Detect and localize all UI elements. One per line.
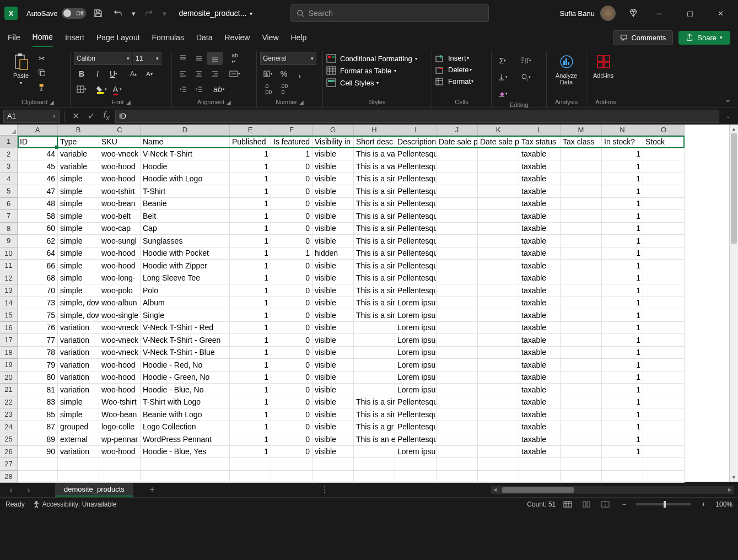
cell[interactable] [437,421,478,434]
cell[interactable]: 77 [18,334,58,347]
cell[interactable]: 85 [18,408,58,421]
cell[interactable]: 1 [602,198,643,211]
cell[interactable]: visible [313,297,354,310]
cancel-formula-icon[interactable]: ✕ [69,110,82,123]
cell[interactable]: 0 [271,347,313,359]
cell[interactable] [561,210,602,223]
undo-dropdown-icon[interactable]: ▾ [130,6,137,21]
zoom-out-icon[interactable]: − [617,499,631,509]
cell[interactable] [561,421,602,434]
fx-icon[interactable]: fx [100,110,113,123]
cell[interactable] [478,160,519,173]
cell[interactable] [561,396,602,409]
cell[interactable] [561,384,602,396]
cell[interactable] [395,458,437,471]
find-icon[interactable]: ▾ [518,71,534,84]
cell[interactable]: 0 [271,446,313,459]
cell[interactable]: 48 [18,198,58,211]
row-header[interactable]: 27 [0,458,18,471]
cell[interactable] [561,322,602,335]
cell[interactable] [437,260,478,272]
cell[interactable]: Lorem ipsum dolor sit amet, con [395,359,437,371]
cell[interactable]: Stock [643,136,685,148]
cell[interactable] [561,148,602,161]
paste-button[interactable]: Paste▾ [9,52,33,87]
cell[interactable]: Tax class [561,136,602,148]
cell[interactable] [561,446,602,459]
cell[interactable] [141,458,230,471]
cell[interactable] [437,235,478,247]
cell[interactable]: visible [313,433,354,446]
share-button[interactable]: Share▾ [678,31,730,45]
cell[interactable] [643,247,685,260]
cell[interactable]: 73 [18,297,58,310]
cell[interactable] [437,347,478,359]
cell[interactable]: 0 [271,433,313,446]
cell[interactable] [437,384,478,396]
cell[interactable]: Single [141,309,230,322]
cell[interactable]: variable [58,148,99,161]
cell[interactable] [271,458,313,471]
cell[interactable] [437,247,478,260]
cell[interactable]: 0 [271,272,313,285]
cell[interactable]: 0 [271,421,313,434]
sheet-prev-icon[interactable]: ‹ [4,484,18,496]
tab-file[interactable]: File [8,29,20,46]
cell[interactable]: variation [58,371,99,384]
horizontal-scroll-thumb[interactable] [502,487,574,493]
cell[interactable]: 1 [230,334,271,347]
cell[interactable]: 1 [230,198,271,211]
cell[interactable] [478,148,519,161]
cell[interactable]: visible [313,284,354,297]
column-header[interactable]: M [561,125,602,136]
comma-icon[interactable]: , [292,67,308,80]
cell[interactable]: taxable [519,322,561,335]
cell[interactable]: simple [58,173,99,186]
cell[interactable] [478,446,519,459]
cell[interactable] [643,223,685,235]
cell[interactable]: 1 [602,446,643,459]
fill-color-icon[interactable]: ▾ [94,83,109,96]
cell[interactable] [437,408,478,421]
cell[interactable]: Is featured [271,136,313,148]
row-header[interactable]: 23 [0,408,18,421]
cell[interactable]: Cap [141,223,230,235]
cell[interactable]: visible [313,322,354,335]
cell[interactable]: WordPress Pennant [141,433,230,446]
cell[interactable] [643,359,685,371]
cell[interactable]: 1 [230,433,271,446]
cell[interactable]: 1 [602,408,643,421]
cell[interactable]: 1 [602,396,643,409]
filename[interactable]: demosite_product...▾ [179,9,252,18]
row-header[interactable]: 25 [0,433,18,446]
cell[interactable]: 46 [18,173,58,186]
cell[interactable]: taxable [519,235,561,247]
cell[interactable]: visible [313,235,354,247]
cell[interactable]: variation [58,322,99,335]
scroll-right-icon[interactable]: ▶ [726,486,734,494]
cell[interactable]: This is a sim [354,173,395,186]
cell[interactable]: 0 [271,334,313,347]
cell[interactable]: Lorem ipsum dolor sit amet, con [395,347,437,359]
percent-icon[interactable]: % [276,67,292,80]
cell[interactable]: simple [58,408,99,421]
cell[interactable] [58,471,99,483]
row-header[interactable]: 3 [0,160,18,173]
tab-home[interactable]: Home [33,28,53,47]
cell[interactable]: taxable [519,384,561,396]
cell[interactable]: taxable [519,446,561,459]
align-left-icon[interactable] [175,67,191,80]
undo-icon[interactable] [110,6,126,21]
cell[interactable]: 1 [230,260,271,272]
cell[interactable] [354,384,395,396]
cell[interactable]: taxable [519,223,561,235]
format-painter-icon[interactable] [34,80,50,94]
cell[interactable] [478,458,519,471]
cell[interactable] [437,297,478,310]
cell[interactable] [561,297,602,310]
cell[interactable]: Lorem ipsum dolor sit amet, con [395,446,437,459]
cell[interactable]: taxable [519,334,561,347]
conditional-formatting-button[interactable]: Conditional Formatting▾ [326,54,417,63]
cell[interactable]: 1 [602,223,643,235]
addins-button[interactable]: Add-ins [590,52,617,80]
